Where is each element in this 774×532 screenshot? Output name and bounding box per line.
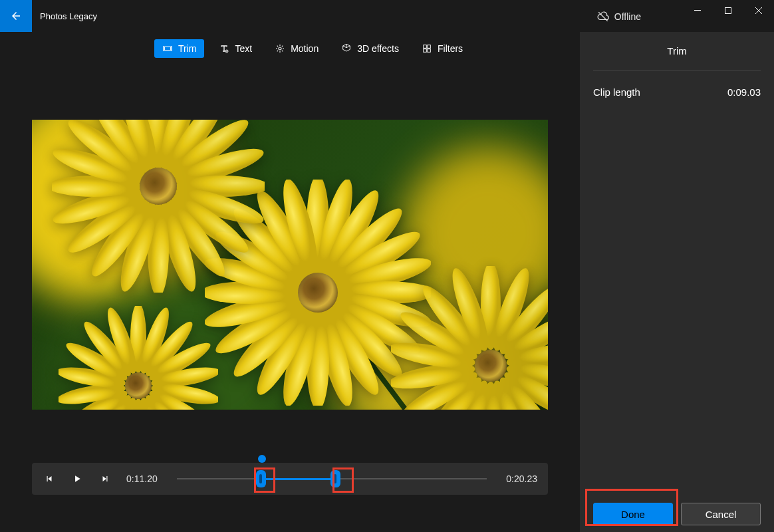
side-panel: Trim Clip length 0:09.03 — [580, 32, 774, 532]
trim-end-handle[interactable] — [330, 470, 340, 487]
svg-rect-1 — [694, 10, 701, 11]
cloud-off-icon — [597, 11, 609, 23]
current-time: 0:11.20 — [126, 473, 162, 484]
clip-length-row: Clip length 0:09.03 — [593, 86, 761, 98]
prev-frame-button[interactable] — [43, 472, 56, 485]
cube-icon — [341, 43, 352, 54]
app-title: Photos Legacy — [40, 11, 97, 21]
tool-3d-label: 3D effects — [357, 43, 399, 54]
filters-icon — [422, 43, 432, 54]
minimize-icon — [694, 7, 701, 14]
play-button[interactable] — [70, 472, 84, 485]
maximize-button[interactable] — [713, 0, 743, 21]
prev-frame-icon — [45, 474, 54, 483]
text-icon — [219, 43, 229, 54]
offline-label: Offline — [614, 11, 641, 22]
svg-rect-19 — [106, 476, 107, 481]
cancel-label: Cancel — [706, 509, 737, 520]
maximize-icon — [725, 7, 731, 14]
svg-point-11 — [279, 47, 281, 50]
tool-filters-label: Filters — [438, 43, 463, 54]
tool-3d-effects[interactable]: 3D effects — [333, 39, 407, 58]
next-frame-icon — [100, 474, 110, 483]
editor-area: Trim Text Motion — [0, 32, 580, 532]
play-icon — [72, 474, 82, 483]
tool-motion[interactable]: Motion — [267, 39, 326, 58]
done-button[interactable]: Done — [593, 503, 673, 525]
minimize-button[interactable] — [682, 0, 713, 21]
close-button[interactable] — [743, 0, 774, 21]
tool-text[interactable]: Text — [211, 39, 260, 58]
video-preview[interactable] — [32, 120, 548, 410]
cancel-button[interactable]: Cancel — [681, 503, 761, 525]
done-label: Done — [621, 509, 645, 520]
trim-range — [261, 478, 335, 480]
svg-rect-14 — [424, 49, 427, 53]
titlebar: Photos Legacy Offline — [0, 0, 774, 32]
tool-trim[interactable]: Trim — [154, 39, 204, 58]
clip-length-value: 0:09.03 — [727, 86, 761, 98]
close-icon — [755, 7, 762, 14]
svg-rect-2 — [725, 8, 731, 14]
next-frame-button[interactable] — [98, 472, 112, 485]
tool-filters[interactable]: Filters — [414, 39, 471, 58]
svg-rect-12 — [424, 45, 427, 49]
action-row: Done Cancel — [593, 503, 761, 525]
trim-start-handle[interactable] — [256, 470, 266, 487]
motion-icon — [275, 43, 285, 54]
clip-length-label: Clip length — [593, 86, 640, 98]
svg-rect-13 — [428, 45, 431, 49]
svg-rect-15 — [428, 49, 431, 53]
svg-rect-18 — [47, 476, 48, 481]
trim-track[interactable] — [177, 463, 487, 495]
trim-icon — [162, 43, 173, 54]
svg-rect-5 — [164, 47, 170, 50]
arrow-left-icon — [10, 10, 22, 22]
panel-title: Trim — [593, 45, 761, 70]
window-controls — [682, 0, 774, 21]
tool-motion-label: Motion — [291, 43, 319, 54]
total-time: 0:20.23 — [501, 473, 537, 484]
tool-trim-label: Trim — [178, 43, 196, 54]
player-bar: 0:11.20 0:20.23 — [32, 463, 548, 495]
back-button[interactable] — [0, 0, 32, 32]
playhead[interactable] — [258, 455, 266, 463]
tool-text-label: Text — [235, 43, 252, 54]
offline-status: Offline — [597, 11, 641, 23]
edit-toolbar: Trim Text Motion — [32, 39, 548, 59]
